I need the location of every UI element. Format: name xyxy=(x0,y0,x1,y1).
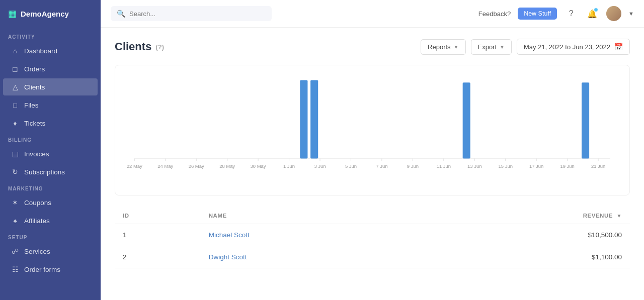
export-button[interactable]: Export ▼ xyxy=(471,39,512,55)
sidebar-item-tickets-label: Tickets xyxy=(24,120,45,127)
dashboard-icon: ⌂ xyxy=(11,47,19,55)
sidebar-item-tickets[interactable]: ♦ Tickets xyxy=(3,115,98,132)
page-header: Clients (?) Reports ▼ Export ▼ May 21, 2… xyxy=(115,39,630,55)
svg-text:15 Jun: 15 Jun xyxy=(499,163,513,169)
row-id: 1 xyxy=(115,224,201,246)
page-help-button[interactable]: (?) xyxy=(155,43,164,51)
subscriptions-icon: ↻ xyxy=(11,168,19,176)
topbar: 🔍 Feedback? New Stuff ? 🔔 ▼ xyxy=(101,0,644,28)
user-menu-chevron[interactable]: ▼ xyxy=(628,11,634,17)
avatar-image xyxy=(606,6,621,21)
billing-section-label: BILLING xyxy=(0,132,101,145)
order-forms-icon: ☷ xyxy=(11,265,19,273)
sidebar-item-clients[interactable]: △ Clients xyxy=(3,78,98,95)
sidebar-item-clients-label: Clients xyxy=(24,83,45,91)
sidebar-item-subscriptions-label: Subscriptions xyxy=(24,168,65,176)
col-revenue-header[interactable]: REVENUE ▼ xyxy=(419,208,630,224)
svg-rect-2 xyxy=(310,80,318,158)
svg-text:13 Jun: 13 Jun xyxy=(467,163,481,169)
clients-table-wrap: ID NAME REVENUE ▼ 1 Michael Scott $10,50… xyxy=(115,208,630,268)
reports-label: Reports xyxy=(428,43,451,51)
svg-text:30 May: 30 May xyxy=(251,163,266,169)
affiliates-icon: ♠ xyxy=(11,217,19,225)
sidebar-item-subscriptions[interactable]: ↻ Subscriptions xyxy=(3,163,98,180)
search-input[interactable] xyxy=(129,10,266,18)
table-row: 1 Michael Scott $10,500.00 xyxy=(115,224,630,246)
svg-text:22 May: 22 May xyxy=(127,163,142,169)
svg-text:7 Jun: 7 Jun xyxy=(376,163,387,169)
topbar-right: Feedback? New Stuff ? 🔔 ▼ xyxy=(478,6,634,21)
svg-rect-1 xyxy=(300,80,307,158)
page-content: Clients (?) Reports ▼ Export ▼ May 21, 2… xyxy=(101,28,644,300)
sidebar-item-order-forms[interactable]: ☷ Order forms xyxy=(3,261,98,278)
row-revenue: $1,100.00 xyxy=(419,246,630,268)
svg-rect-4 xyxy=(582,82,589,158)
sidebar-item-order-forms-label: Order forms xyxy=(24,266,60,273)
logo-icon: ▦ xyxy=(8,8,17,19)
svg-text:21 Jun: 21 Jun xyxy=(591,163,605,169)
date-range-button[interactable]: May 21, 2022 to Jun 23, 2022 📅 xyxy=(517,39,630,55)
sidebar-item-orders-label: Orders xyxy=(24,65,45,73)
sidebar-item-services-label: Services xyxy=(24,248,50,255)
files-icon: □ xyxy=(11,101,19,109)
chart-container: 22 May 24 May 26 May 28 May 30 May 1 Jun… xyxy=(115,65,630,195)
sidebar-item-coupons[interactable]: ✶ Coupons xyxy=(3,194,98,211)
page-title-wrap: Clients (?) xyxy=(115,40,164,53)
calendar-icon: 📅 xyxy=(614,43,623,51)
col-name-header: NAME xyxy=(201,208,419,224)
activity-section-label: ACTIVITY xyxy=(0,29,101,42)
export-label: Export xyxy=(478,43,497,51)
table-header-row: ID NAME REVENUE ▼ xyxy=(115,208,630,224)
sidebar-item-dashboard[interactable]: ⌂ Dashboard xyxy=(3,42,98,59)
sidebar-item-files[interactable]: □ Files xyxy=(3,96,98,114)
header-actions: Reports ▼ Export ▼ May 21, 2022 to Jun 2… xyxy=(421,39,630,55)
sidebar-item-orders[interactable]: ◻ Orders xyxy=(3,60,98,77)
svg-text:26 May: 26 May xyxy=(189,163,204,169)
sidebar-item-files-label: Files xyxy=(24,102,39,109)
svg-text:24 May: 24 May xyxy=(157,163,173,169)
export-chevron-icon: ▼ xyxy=(500,44,505,50)
marketing-section-label: MARKETING xyxy=(0,181,101,193)
avatar[interactable] xyxy=(606,6,621,21)
sidebar-item-affiliates-label: Affiliates xyxy=(24,217,50,225)
sidebar-item-invoices[interactable]: ▤ Invoices xyxy=(3,145,98,162)
svg-text:9 Jun: 9 Jun xyxy=(407,163,419,169)
svg-text:19 Jun: 19 Jun xyxy=(560,163,574,169)
reports-chevron-icon: ▼ xyxy=(454,44,459,50)
svg-text:5 Jun: 5 Jun xyxy=(345,163,357,169)
svg-text:3 Jun: 3 Jun xyxy=(314,163,326,169)
svg-rect-3 xyxy=(463,82,470,158)
svg-text:28 May: 28 May xyxy=(219,163,235,169)
sidebar-item-dashboard-label: Dashboard xyxy=(24,47,57,55)
sidebar-item-services[interactable]: ☍ Services xyxy=(3,243,98,260)
reports-button[interactable]: Reports ▼ xyxy=(421,39,465,55)
search-wrap[interactable]: 🔍 xyxy=(111,6,272,21)
setup-section-label: SETUP xyxy=(0,230,101,242)
row-name[interactable]: Dwight Scott xyxy=(201,246,419,268)
col-id-header: ID xyxy=(115,208,201,224)
table-row: 2 Dwight Scott $1,100.00 xyxy=(115,246,630,268)
logo[interactable]: ▦ DemoAgency xyxy=(0,0,101,29)
clients-table: ID NAME REVENUE ▼ 1 Michael Scott $10,50… xyxy=(115,208,630,268)
search-icon: 🔍 xyxy=(117,10,125,18)
sidebar-item-affiliates[interactable]: ♠ Affiliates xyxy=(3,212,98,229)
notification-badge xyxy=(594,8,598,12)
row-revenue: $10,500.00 xyxy=(419,224,630,246)
page-title: Clients xyxy=(115,40,151,53)
row-id: 2 xyxy=(115,246,201,268)
date-range-label: May 21, 2022 to Jun 23, 2022 xyxy=(524,43,610,51)
help-icon-button[interactable]: ? xyxy=(564,7,578,21)
coupons-icon: ✶ xyxy=(11,198,19,207)
feedback-label: Feedback? xyxy=(478,10,511,18)
revenue-sort-icon: ▼ xyxy=(617,213,622,219)
sidebar-item-invoices-label: Invoices xyxy=(24,150,49,158)
svg-text:17 Jun: 17 Jun xyxy=(529,163,543,169)
svg-text:11 Jun: 11 Jun xyxy=(437,163,451,169)
tickets-icon: ♦ xyxy=(11,119,19,127)
orders-icon: ◻ xyxy=(11,65,19,73)
row-name[interactable]: Michael Scott xyxy=(201,224,419,246)
notifications-button[interactable]: 🔔 xyxy=(585,7,599,21)
new-stuff-button[interactable]: New Stuff xyxy=(518,8,557,20)
logo-text: DemoAgency xyxy=(21,10,69,18)
svg-text:1 Jun: 1 Jun xyxy=(283,163,295,169)
